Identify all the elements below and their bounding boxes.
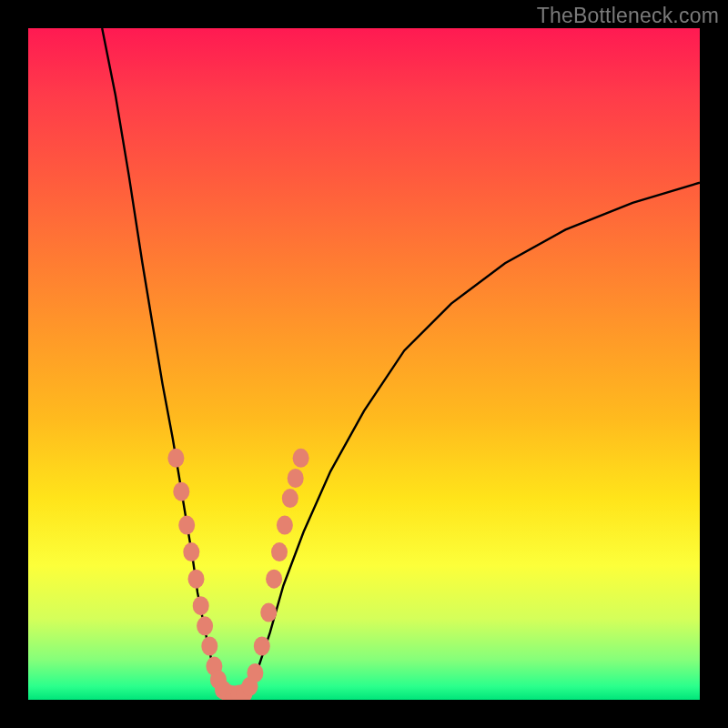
data-point-marker bbox=[167, 449, 184, 468]
data-point-marker bbox=[247, 663, 263, 682]
data-point-marker bbox=[288, 469, 304, 488]
watermark-text: TheBottleneck.com bbox=[537, 4, 719, 28]
data-point-marker bbox=[277, 516, 293, 535]
data-point-marker bbox=[293, 449, 309, 468]
data-point-marker bbox=[266, 570, 282, 589]
data-point-marker bbox=[188, 570, 205, 589]
plot-area bbox=[28, 28, 700, 700]
data-point-marker bbox=[201, 637, 217, 656]
bottleneck-curve bbox=[28, 28, 700, 700]
data-point-marker bbox=[197, 616, 213, 635]
data-point-marker bbox=[260, 603, 277, 622]
chart-frame: TheBottleneck.com bbox=[0, 0, 728, 728]
data-point-marker bbox=[178, 516, 195, 535]
data-point-marker bbox=[254, 637, 270, 656]
data-point-marker bbox=[271, 542, 288, 561]
data-point-marker bbox=[193, 596, 209, 615]
data-point-marker bbox=[183, 542, 199, 561]
data-point-marker bbox=[282, 489, 298, 508]
v-curve-path bbox=[102, 28, 700, 695]
data-point-marker bbox=[173, 482, 189, 501]
